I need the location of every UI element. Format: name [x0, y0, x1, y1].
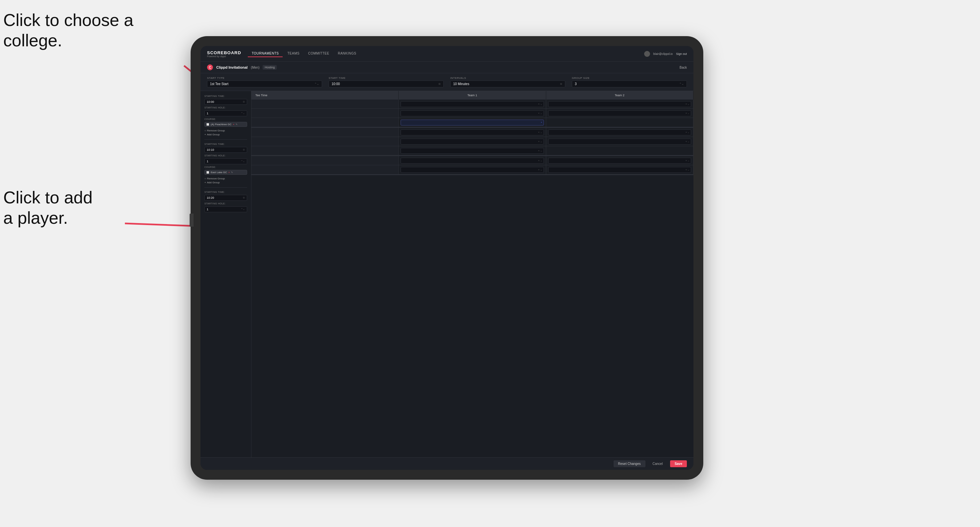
- reset-changes-button[interactable]: Reset Changes: [614, 460, 646, 467]
- player-slot-t2-1-1[interactable]: × ⌄: [548, 101, 691, 107]
- player-slot-t1-2-2[interactable]: × ⌄: [401, 139, 544, 144]
- start-type-input[interactable]: 1st Tee Start ⌃⌄: [207, 81, 322, 87]
- group-1-section: STARTING TIME: 10:00 ⊙ STARTING HOLE: 1 …: [204, 95, 247, 136]
- division-label: (Men): [251, 66, 259, 69]
- starting-time-value-3[interactable]: 10:20 ⊙: [204, 195, 247, 201]
- start-type-arrows: ⌃⌄: [315, 83, 319, 86]
- table-row-2-3: × ⌄: [251, 146, 694, 156]
- course-edit-2[interactable]: ✎: [231, 171, 233, 174]
- starting-hole-value-2[interactable]: 1 ⌃⌄: [204, 158, 247, 164]
- course-label-2: COURSE:: [204, 166, 247, 168]
- tournament-title: Clippd Invitational: [216, 65, 247, 69]
- annotation-add-player: Click to add a player.: [3, 187, 93, 229]
- add-player-icon[interactable]: +: [541, 121, 542, 124]
- logo-area: SCOREBOARD Powered by clippd: [207, 50, 241, 57]
- slot-x-icon[interactable]: ×: [538, 103, 539, 105]
- course-tag-2[interactable]: ⬜ East Lake GC × ✎: [204, 170, 247, 175]
- starting-time-value-2[interactable]: 10:10 ⊙: [204, 147, 247, 153]
- intervals-icon: ⊙: [560, 83, 562, 86]
- user-email: blair@clippd.io: [653, 52, 673, 56]
- player-slot-t2-2-2[interactable]: × ⌄: [548, 139, 691, 144]
- nav-tab-rankings[interactable]: RANKINGS: [334, 50, 360, 57]
- player-slot-t2-3-2[interactable]: × ⌄: [548, 167, 691, 173]
- course-label-1: COURSE:: [204, 118, 247, 120]
- player-slot-t2-3-1[interactable]: × ⌄: [548, 158, 691, 163]
- player-slot-t2-1-2[interactable]: × ⌄: [548, 110, 691, 116]
- starting-time-value-1[interactable]: 10:00 ⊙: [204, 99, 247, 105]
- app-header: SCOREBOARD Powered by clippd TOURNAMENTS…: [200, 46, 694, 62]
- intervals-input[interactable]: 10 Minutes ⊙: [450, 81, 565, 87]
- cell-tee-2-1: [251, 128, 399, 137]
- player-slot-t2-2-1[interactable]: × ⌄: [548, 129, 691, 135]
- course-icon-1: ⬜: [206, 123, 209, 126]
- time-icon-2: ⊙: [243, 149, 245, 151]
- annotation-line1: Click to choose a: [3, 10, 134, 30]
- cell-team1-3-1: × ⌄: [399, 156, 546, 165]
- cell-tee-2-3: [251, 146, 399, 155]
- group-size-input[interactable]: 3 ⌃⌄: [572, 81, 687, 87]
- main-table: Tee Time Team 1 Team 2 × ⌄: [251, 91, 694, 457]
- slot-chevron-icon-t2[interactable]: ⌄: [687, 103, 689, 105]
- remove-group-2[interactable]: ○ Remove Group: [204, 177, 247, 180]
- user-avatar: [644, 51, 650, 57]
- start-time-input[interactable]: 10:00 ⊙: [329, 81, 444, 87]
- table-row-2-2: × ⌄ × ⌄: [251, 137, 694, 146]
- slot-chev[interactable]: ⌄: [540, 112, 542, 115]
- back-button[interactable]: Back: [679, 66, 687, 69]
- cell-team1-3-2: × ⌄: [399, 165, 546, 174]
- annotation-choose-college: Click to choose a college.: [3, 10, 134, 51]
- cancel-button[interactable]: Cancel: [648, 460, 667, 467]
- nav-tab-teams[interactable]: TEAMS: [283, 50, 303, 57]
- cell-team1-1-3: +: [399, 118, 546, 127]
- th-team2: Team 2: [546, 91, 694, 100]
- footer: Reset Changes Cancel Save: [200, 457, 694, 470]
- s-c[interactable]: ⌄: [687, 112, 689, 115]
- time-icon-3: ⊙: [243, 197, 245, 199]
- cell-team1-1-2: × ⌄: [399, 109, 546, 117]
- player-slot-t1-2-3[interactable]: × ⌄: [401, 148, 544, 154]
- starting-hole-value-1[interactable]: 1 ⌃⌄: [204, 110, 247, 116]
- slot-x[interactable]: ×: [538, 112, 539, 115]
- table-header-row: Tee Time Team 1 Team 2: [251, 91, 694, 100]
- cell-team1-2-1: × ⌄: [399, 128, 546, 137]
- start-type-group: Start Type 1st Tee Start ⌃⌄: [207, 76, 322, 87]
- nav-tabs: TOURNAMENTS TEAMS COMMITTEE RANKINGS: [248, 50, 644, 57]
- s-x[interactable]: ×: [686, 112, 687, 115]
- player-slot-t1-3-1[interactable]: × ⌄: [401, 158, 544, 163]
- course-remove-1[interactable]: ×: [233, 123, 235, 126]
- table-row-3-2: × ⌄ × ⌄: [251, 165, 694, 175]
- add-group-1[interactable]: + Add Group: [204, 133, 247, 136]
- course-remove-2[interactable]: ×: [228, 171, 230, 174]
- clippd-icon: C: [207, 64, 213, 70]
- player-slot-t1-1-2[interactable]: × ⌄: [401, 110, 544, 116]
- player-slot-t1-1-3[interactable]: +: [401, 120, 544, 125]
- content-area: STARTING TIME: 10:00 ⊙ STARTING HOLE: 1 …: [200, 91, 694, 457]
- save-button[interactable]: Save: [670, 460, 687, 467]
- table-group-3: × ⌄ × ⌄: [251, 156, 694, 175]
- add-icon-1: +: [204, 133, 206, 136]
- nav-tab-committee[interactable]: COMMITTEE: [304, 50, 333, 57]
- cell-team2-1-3: [546, 118, 694, 127]
- add-group-2[interactable]: + Add Group: [204, 181, 247, 184]
- remove-group-1[interactable]: ○ Remove Group: [204, 129, 247, 132]
- slot-chevron-icon[interactable]: ⌄: [540, 103, 542, 105]
- add-icon-2: +: [204, 181, 206, 184]
- starting-hole-value-3[interactable]: 1 ⌃⌄: [204, 206, 247, 212]
- tablet-side-button[interactable]: [189, 214, 194, 227]
- player-slot-t1-1-1[interactable]: × ⌄: [401, 101, 544, 107]
- course-edit-1[interactable]: ✎: [235, 123, 238, 126]
- player-slot-t1-3-2[interactable]: × ⌄: [401, 167, 544, 173]
- hole-arrows-1: ⌃⌄: [241, 112, 245, 115]
- cell-team2-3-2: × ⌄: [546, 165, 694, 174]
- starting-time-label-2: STARTING TIME:: [204, 143, 247, 145]
- group-3-section: STARTING TIME: 10:20 ⊙ STARTING HOLE: 1 …: [204, 191, 247, 212]
- cell-tee-3-2: [251, 165, 399, 174]
- sub-header: C Clippd Invitational (Men) Hosting Back: [200, 62, 694, 73]
- table-row-1-3: +: [251, 118, 694, 127]
- slot-x-icon-t2[interactable]: ×: [686, 103, 687, 105]
- player-slot-t1-2-1[interactable]: × ⌄: [401, 129, 544, 135]
- th-team1: Team 1: [399, 91, 546, 100]
- sign-out-link[interactable]: Sign out: [676, 52, 687, 56]
- course-tag-1[interactable]: ⬜ (A) Peachtree GC × ✎: [204, 122, 247, 127]
- nav-tab-tournaments[interactable]: TOURNAMENTS: [248, 50, 283, 57]
